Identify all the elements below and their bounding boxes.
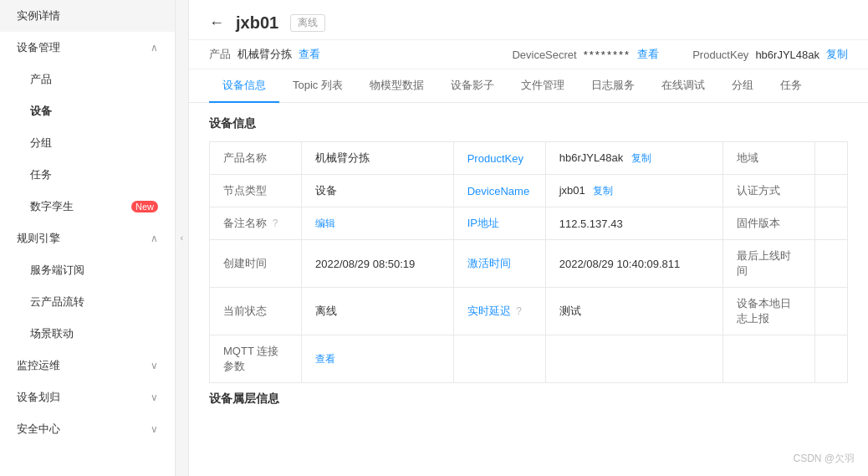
cell-firmware-label: 固件版本 — [722, 207, 814, 240]
realtime-label-text: 实时延迟 — [467, 305, 511, 317]
cell-ip-value: 112.5.137.43 — [545, 207, 722, 240]
cell-activate-label: 激活时间 — [453, 240, 545, 288]
sidebar-item-label: 服务端订阅 — [30, 263, 84, 278]
collapse-icon: ‹ — [181, 233, 183, 243]
sidebar-section-device-mgmt[interactable]: 设备管理 ∧ — [0, 32, 175, 64]
sidebar-item-label: 数字孪生 — [30, 199, 74, 214]
sidebar-item-device[interactable]: 设备 — [0, 95, 175, 127]
cell-value: 离线 — [302, 288, 454, 335]
meta-productkey-value: hb6rJYL48ak — [755, 49, 819, 61]
cell-key-label: ProductKey — [453, 142, 545, 175]
cell-empty — [722, 335, 814, 383]
sidebar-item-digital-twin[interactable]: 数字孪生 New — [0, 191, 175, 223]
tab-log-service[interactable]: 日志服务 — [578, 69, 648, 103]
tab-online-debug[interactable]: 在线调试 — [648, 69, 718, 103]
tab-device-info[interactable]: 设备信息 — [209, 69, 279, 103]
back-button[interactable]: ← — [209, 14, 224, 32]
help-icon[interactable]: ? — [273, 218, 278, 229]
cell-empty — [814, 335, 847, 383]
cell-region-label: 地域 — [722, 142, 814, 175]
sidebar-item-group[interactable]: 分组 — [0, 127, 175, 159]
cell-value: 2022/08/29 08:50:19 — [302, 240, 454, 288]
table-row: 产品名称 机械臂分拣 ProductKey hb6rJYL48ak 复制 地域 — [210, 142, 848, 175]
device-info-section-title: 设备信息 — [209, 116, 848, 131]
sidebar-item-label: 实例详情 — [17, 8, 60, 23]
meta-product-view-link[interactable]: 查看 — [299, 47, 320, 62]
chevron-down-icon: ∨ — [151, 360, 158, 371]
cell-empty — [453, 335, 545, 383]
new-badge: New — [131, 201, 158, 212]
sidebar-section-label: 安全中心 — [17, 422, 60, 437]
sidebar-section-label: 规则引擎 — [17, 231, 60, 246]
sidebar-item-scene-linkage[interactable]: 场景联动 — [0, 318, 175, 350]
tab-topic-list[interactable]: Topic 列表 — [279, 69, 356, 103]
tab-task[interactable]: 任务 — [767, 69, 815, 103]
table-row: MQTT 连接参数 查看 — [210, 335, 848, 383]
cell-value: 设备 — [302, 175, 454, 207]
cell-local-log-label: 设备本地日志上报 — [722, 288, 814, 335]
meta-productkey-label: ProductKey — [692, 49, 748, 61]
cell-label: 产品名称 — [210, 142, 302, 175]
meta-productkey-copy-link[interactable]: 复制 — [826, 47, 848, 62]
mqtt-view-link[interactable]: 查看 — [315, 353, 335, 365]
cell-key-value: hb6rJYL48ak 复制 — [545, 142, 722, 175]
cell-auth-label: 认证方式 — [722, 175, 814, 207]
help-icon[interactable]: ? — [516, 305, 522, 317]
page-title: jxb01 — [236, 13, 278, 33]
sidebar-item-service-subscribe[interactable]: 服务端订阅 — [0, 254, 175, 286]
meta-product-value: 机械臂分拣 — [237, 47, 292, 62]
tab-device-shadow[interactable]: 设备影子 — [437, 69, 508, 103]
sidebar: 实例详情 设备管理 ∧ 产品 设备 分组 任务 数字孪生 New 规则引擎 ∧ … — [0, 0, 176, 476]
cell-label: 创建时间 — [210, 240, 302, 288]
devicename-copy-link[interactable]: 复制 — [593, 185, 613, 197]
sidebar-toggle[interactable]: ‹ — [176, 0, 189, 476]
sidebar-item-product[interactable]: 产品 — [0, 64, 175, 95]
cell-label: 节点类型 — [210, 175, 302, 207]
productkey-text: hb6rJYL48ak — [559, 151, 624, 164]
cell-value: 机械臂分拣 — [302, 142, 454, 175]
sidebar-item-label: 设备 — [30, 104, 52, 119]
sidebar-section-label: 设备划归 — [17, 390, 60, 405]
cell-key-label: DeviceName — [453, 175, 545, 207]
chevron-down-icon: ∨ — [151, 392, 158, 403]
sidebar-section-security[interactable]: 安全中心 ∨ — [0, 413, 175, 445]
cell-region-value — [814, 142, 847, 175]
meta-secret-label: DeviceSecret — [512, 49, 576, 61]
sub-section-title: 设备属层信息 — [209, 383, 848, 410]
device-info-table: 产品名称 机械臂分拣 ProductKey hb6rJYL48ak 复制 地域 … — [209, 141, 848, 383]
cell-firmware-value — [814, 207, 847, 240]
cell-activate-value: 2022/08/29 10:40:09.811 — [545, 240, 722, 288]
cell-label: 备注名称 ? — [210, 207, 302, 240]
chevron-down-icon: ∨ — [151, 423, 158, 435]
watermark: CSDN @欠羽 — [793, 452, 855, 466]
cell-key-value: jxb01 复制 — [545, 175, 722, 207]
cell-empty — [545, 335, 722, 383]
sidebar-section-monitor[interactable]: 监控运维 ∨ — [0, 350, 175, 381]
cell-last-online-value — [814, 240, 847, 288]
tab-file-mgmt[interactable]: 文件管理 — [508, 69, 578, 103]
sidebar-section-label: 设备管理 — [17, 40, 60, 55]
cell-auth-value — [814, 175, 847, 207]
meta-device-secret: DeviceSecret ******** 查看 — [512, 47, 659, 62]
sidebar-item-label: 分组 — [30, 136, 52, 151]
cell-realtime-value: 测试 — [545, 288, 722, 335]
sidebar-item-instance-detail[interactable]: 实例详情 — [0, 0, 175, 32]
sidebar-item-task[interactable]: 任务 — [0, 159, 175, 191]
tab-group[interactable]: 分组 — [718, 69, 767, 103]
sidebar-section-device-assign[interactable]: 设备划归 ∨ — [0, 381, 175, 413]
devicename-text: jxb01 — [559, 184, 585, 197]
remark-label: 备注名称 — [223, 217, 267, 229]
chevron-up-icon: ∧ — [151, 233, 158, 244]
tab-thing-model[interactable]: 物模型数据 — [356, 69, 437, 103]
sidebar-item-label: 任务 — [30, 167, 52, 182]
productkey-copy-link[interactable]: 复制 — [631, 152, 651, 164]
sidebar-section-label: 监控运维 — [17, 358, 60, 373]
sidebar-item-cloud-product[interactable]: 云产品流转 — [0, 286, 175, 318]
meta-secret-view-link[interactable]: 查看 — [637, 47, 659, 62]
table-row: 当前状态 离线 实时延迟 ? 测试 设备本地日志上报 — [210, 288, 848, 335]
cell-mqtt-label: MQTT 连接参数 — [210, 335, 302, 383]
sidebar-section-rules[interactable]: 规则引擎 ∧ — [0, 223, 175, 254]
cell-realtime-label: 实时延迟 ? — [453, 288, 545, 335]
remark-edit-link[interactable]: 编辑 — [315, 218, 335, 229]
cell-label: 当前状态 — [210, 288, 302, 335]
